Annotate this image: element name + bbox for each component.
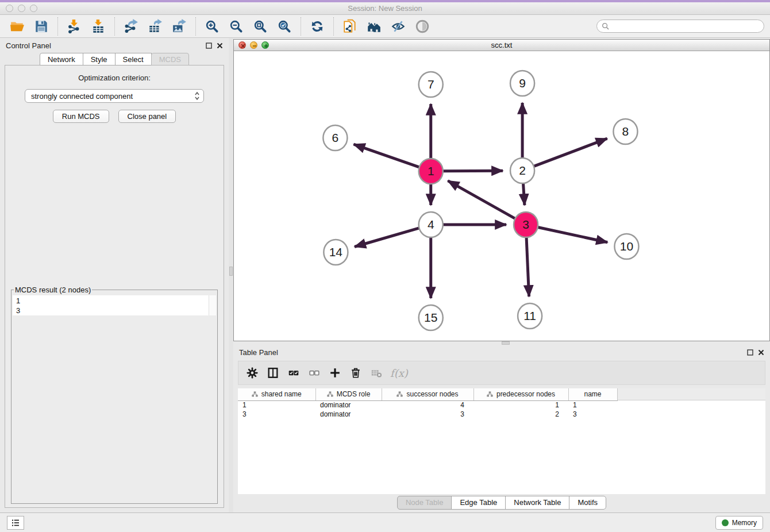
column-header-MCDS-role[interactable]: MCDS role	[315, 388, 382, 400]
export-network-button[interactable]	[120, 17, 143, 36]
float-panel-icon[interactable]	[206, 43, 212, 49]
tab-motifs[interactable]: Motifs	[569, 496, 606, 510]
export-image-button[interactable]	[168, 17, 191, 36]
graph-node-3[interactable]: 3	[514, 212, 538, 237]
run-mcds-button[interactable]: Run MCDS	[53, 110, 109, 123]
minimize-window-button[interactable]	[18, 5, 25, 12]
delete-columns-button[interactable]	[346, 364, 365, 382]
horizontal-splitter-handle[interactable]	[502, 341, 510, 345]
graph-node-14[interactable]: 14	[324, 240, 348, 265]
show-columns-button[interactable]	[264, 364, 282, 382]
network-view-window: scc.txt 7968124314101511	[233, 39, 770, 341]
network-canvas[interactable]: 7968124314101511	[234, 51, 769, 341]
import-network-button[interactable]	[63, 17, 86, 36]
tab-mcds[interactable]: MCDS	[151, 53, 189, 65]
table-cell[interactable]: 1	[238, 400, 315, 410]
table-settings-button[interactable]	[243, 364, 261, 382]
vertical-splitter[interactable]	[229, 38, 233, 512]
column-header-successor-nodes[interactable]: successor nodes	[382, 388, 473, 400]
export-image-icon	[172, 19, 187, 34]
zoom-window-button[interactable]	[30, 5, 37, 12]
add-column-button[interactable]	[326, 364, 344, 382]
column-header-shared-name[interactable]: shared name	[238, 388, 315, 400]
network-from-file-button[interactable]	[338, 17, 361, 36]
zoom-selected-button[interactable]	[273, 17, 296, 36]
home-navigator-button[interactable]	[363, 17, 386, 36]
column-header-predecessor-nodes[interactable]: predecessor nodes	[473, 388, 568, 400]
vertical-splitter-handle[interactable]	[229, 267, 233, 276]
graph-edge-2-8[interactable]	[533, 138, 607, 167]
table-panel-header: Table Panel	[233, 345, 770, 360]
hide-unhide-button[interactable]	[387, 17, 410, 36]
close-panel-icon[interactable]	[217, 43, 223, 49]
table-row[interactable]: 3dominator323	[238, 410, 617, 419]
graph-node-4[interactable]: 4	[419, 212, 443, 237]
homes-icon	[367, 19, 382, 34]
table-cell[interactable]: 1	[473, 400, 568, 410]
table-cell[interactable]: dominator	[315, 410, 382, 419]
toolbar-separator	[301, 17, 301, 36]
network-minimize-button[interactable]	[250, 41, 257, 49]
close-window-button[interactable]	[6, 5, 13, 12]
save-session-button[interactable]	[30, 17, 53, 36]
unselect-all-columns-button[interactable]	[305, 364, 324, 382]
close-panel-icon[interactable]	[758, 349, 764, 356]
tab-network-table[interactable]: Network Table	[505, 496, 569, 510]
graph-edge-3-11[interactable]	[526, 236, 529, 296]
table-cell[interactable]: 1	[568, 400, 617, 410]
tab-node-table[interactable]: Node Table	[397, 496, 452, 510]
graph-node-1[interactable]: 1	[419, 159, 443, 184]
table-cell[interactable]: 3	[382, 410, 473, 419]
graph-edge-4-14[interactable]	[355, 228, 419, 247]
table-cell[interactable]: 3	[238, 410, 315, 419]
graph-edge-1-6[interactable]	[354, 144, 420, 167]
task-history-button[interactable]	[7, 516, 24, 530]
open-folder-icon	[10, 19, 25, 34]
show-graphics-details-button[interactable]	[411, 17, 434, 36]
graph-node-7[interactable]: 7	[419, 72, 443, 97]
result-scrollbar[interactable]	[209, 295, 216, 315]
graph-edge-2-3[interactable]	[523, 182, 525, 205]
delete-table-button[interactable]	[367, 364, 386, 382]
select-all-columns-button[interactable]	[284, 364, 303, 382]
table-row[interactable]: 1dominator411	[238, 400, 617, 410]
zoom-out-button[interactable]	[225, 17, 248, 36]
table-cell[interactable]: 3	[568, 410, 617, 419]
column-type-icon	[396, 391, 403, 397]
optimization-criterion-select[interactable]: strongly connected component	[25, 89, 204, 103]
graph-node-6[interactable]: 6	[323, 125, 347, 151]
table-cell[interactable]: 4	[382, 400, 473, 410]
graph-edge-3-1[interactable]	[448, 181, 515, 219]
tab-select[interactable]: Select	[115, 53, 152, 65]
table-cell[interactable]: 2	[473, 410, 568, 419]
zoom-in-button[interactable]	[201, 17, 224, 36]
horizontal-splitter[interactable]	[233, 341, 770, 345]
graph-node-10[interactable]: 10	[614, 234, 638, 259]
column-header-name[interactable]: name	[568, 388, 617, 400]
graph-node-15[interactable]: 15	[419, 305, 443, 330]
close-panel-button[interactable]: Close panel	[118, 110, 176, 123]
table-cell[interactable]: dominator	[315, 400, 382, 410]
tab-style[interactable]: Style	[83, 53, 116, 65]
function-builder-button[interactable]: f(x)	[388, 367, 408, 379]
graph-edge-3-10[interactable]	[537, 227, 607, 242]
tab-edge-table[interactable]: Edge Table	[451, 496, 506, 510]
refresh-layout-button[interactable]	[306, 17, 329, 36]
graph-node-8[interactable]: 8	[613, 119, 637, 144]
graph-node-9[interactable]: 9	[510, 71, 534, 96]
graph-node-11[interactable]: 11	[518, 303, 542, 329]
column-type-icon	[327, 391, 333, 397]
search-input[interactable]	[612, 22, 759, 30]
open-session-button[interactable]	[6, 17, 29, 36]
graph-edge-1-2[interactable]	[442, 171, 503, 171]
float-panel-icon[interactable]	[747, 349, 753, 356]
memory-button[interactable]: Memory	[715, 516, 763, 530]
export-table-button[interactable]	[144, 17, 167, 36]
mcds-result-text[interactable]: 13	[13, 295, 209, 315]
zoom-fit-button[interactable]	[249, 17, 272, 36]
network-close-button[interactable]	[238, 41, 246, 49]
graph-node-2[interactable]: 2	[510, 158, 534, 183]
network-maximize-button[interactable]	[261, 41, 269, 49]
import-table-button[interactable]	[87, 17, 110, 36]
tab-network[interactable]: Network	[40, 53, 83, 65]
